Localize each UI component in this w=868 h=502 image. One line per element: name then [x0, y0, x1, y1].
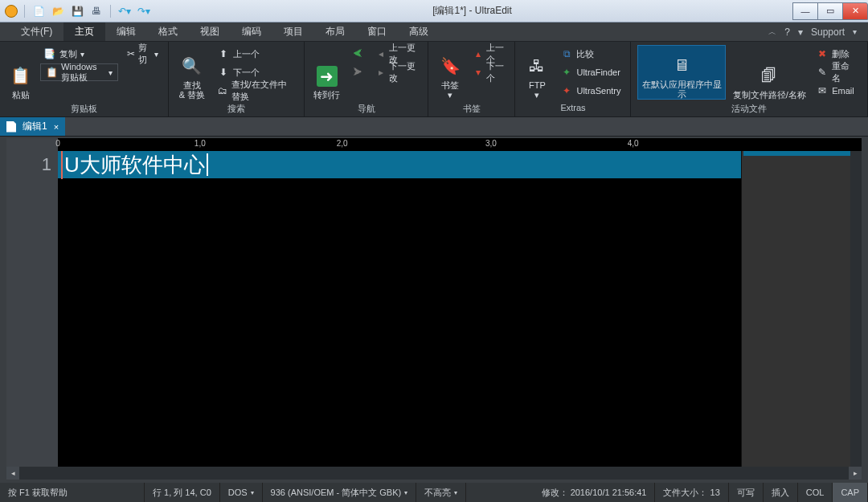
status-cap[interactable]: CAP — [833, 483, 868, 502]
qat-redo-icon[interactable]: ↷▾ — [137, 4, 151, 18]
ribbon-group-label: 书签 — [428, 103, 514, 116]
windows-clipboard-button[interactable]: 📋Windows 剪贴板▾ — [40, 63, 118, 81]
ftp-button[interactable]: 🖧 FTP▾ — [522, 45, 552, 100]
window-title: [编辑1*] - UltraEdit — [151, 4, 793, 18]
editor-line[interactable]: U大师软件中心 — [58, 151, 741, 178]
qat-new-icon[interactable]: 📄 — [31, 4, 46, 18]
nav-fwd-button[interactable]: ⮞ — [348, 63, 367, 81]
ultrasentry-button[interactable]: ✦UltraSentry — [557, 82, 624, 100]
ribbon-group-label: Extras — [515, 103, 630, 116]
ruler-mark: 1,0 — [194, 139, 206, 148]
minimap[interactable] — [741, 151, 862, 467]
line-gutter: 1 — [6, 151, 58, 467]
qat-open-icon[interactable]: 📂 — [51, 4, 65, 18]
cut-icon: ✂ — [126, 47, 135, 60]
tab-home[interactable]: 主页 — [63, 22, 105, 41]
goto-icon: ➜ — [317, 66, 338, 87]
paste-icon: 📋 — [10, 64, 32, 87]
ruler-mark: 3,0 — [485, 139, 497, 148]
qat-print-icon[interactable]: 🖶 — [89, 4, 104, 18]
file-icon — [6, 121, 16, 133]
support-dropdown-icon[interactable]: ▾ — [853, 27, 857, 36]
nav-back-button[interactable]: ⮜ — [348, 45, 367, 63]
next-change-button[interactable]: ▸下一更改 — [372, 63, 421, 81]
goto-line-button[interactable]: ➜ 转到行 — [311, 45, 344, 100]
down-icon: ▸ — [375, 66, 386, 79]
rename-file-button[interactable]: ✎重命名 — [813, 63, 861, 81]
ribbon-group-label: 活动文件 — [631, 103, 867, 116]
help-icon[interactable]: ? — [784, 27, 790, 38]
qat-undo-icon[interactable]: ↶▾ — [117, 4, 132, 18]
open-default-app-button[interactable]: 🖥 在默认应用程序中显示 — [637, 45, 726, 100]
copy-button[interactable]: 📑复制▾ — [40, 45, 118, 63]
tab-layout[interactable]: 布局 — [314, 22, 356, 41]
tab-format[interactable]: 格式 — [147, 22, 189, 41]
tab-edit[interactable]: 编辑 — [105, 22, 147, 41]
ribbon-group-nav: ➜ 转到行 ⮜ ⮞ ◂上一更改 ▸下一更改 导航 — [305, 42, 429, 116]
status-insert[interactable]: 插入 — [764, 483, 798, 502]
minimap-scrollbar[interactable] — [850, 151, 862, 467]
ribbon-group-clipboard: 📋 粘贴 📑复制▾ 📋Windows 剪贴板▾ ✂剪切▾ 剪贴板 — [0, 42, 169, 116]
bm-down-icon: ▾ — [473, 66, 483, 79]
find-replace-button[interactable]: 🔍 查找& 替换 — [175, 45, 209, 100]
tab-advanced[interactable]: 高级 — [398, 22, 440, 41]
ruler-mark: 4,0 — [628, 139, 639, 148]
file-tab[interactable]: 编辑1 × — [0, 117, 65, 136]
bookmark-next-button[interactable]: ▾下一个 — [470, 63, 509, 81]
find-in-files-button[interactable]: 🗂查找/在文件中替换 — [214, 82, 297, 100]
open-default-icon: 🖥 — [670, 54, 693, 76]
file-tab-close-button[interactable]: × — [54, 122, 59, 132]
text-editor[interactable]: U大师软件中心 — [58, 151, 741, 467]
scroll-left-button[interactable]: ◂ — [6, 467, 19, 480]
bookmark-button[interactable]: 🔖 书签▾ — [435, 45, 465, 100]
status-highlight[interactable]: 不高亮 — [416, 483, 466, 502]
status-bar: 按 F1 获取帮助 行 1, 列 14, C0 DOS 936 (ANSI/OE… — [0, 483, 868, 502]
find-prev-button[interactable]: ⬆上一个 — [214, 45, 297, 63]
status-col[interactable]: COL — [798, 483, 833, 502]
tab-project[interactable]: 项目 — [272, 22, 314, 41]
status-help: 按 F1 获取帮助 — [0, 483, 145, 502]
compare-button[interactable]: ⧉比较 — [557, 45, 624, 63]
ribbon-options-icon[interactable]: ▾ — [798, 27, 803, 38]
status-encoding[interactable]: 936 (ANSI/OEM - 简体中文 GBK) — [263, 483, 417, 502]
tab-encoding[interactable]: 编码 — [231, 22, 272, 41]
scroll-right-button[interactable]: ▸ — [849, 467, 862, 480]
horizontal-scrollbar[interactable]: ◂ ▸ — [6, 467, 862, 480]
paste-button[interactable]: 📋 粘贴 — [6, 45, 35, 100]
find-files-icon: 🗂 — [217, 84, 228, 97]
ribbon-group-search: 🔍 查找& 替换 ⬆上一个 ⬇下一个 🗂查找/在文件中替换 搜索 — [169, 42, 305, 116]
ruler: 0 1,0 2,0 3,0 4,0 — [58, 138, 735, 151]
qat-save-icon[interactable]: 💾 — [70, 4, 84, 18]
tab-view[interactable]: 视图 — [189, 22, 231, 41]
file-tab-strip: 编辑1 × — [0, 117, 868, 137]
support-link[interactable]: Support — [811, 27, 845, 38]
text-caret — [207, 153, 208, 176]
status-readwrite[interactable]: 可写 — [729, 483, 764, 502]
cut-button[interactable]: ✂剪切▾ — [123, 45, 162, 63]
ftp-icon: 🖧 — [526, 55, 548, 77]
status-eol[interactable]: DOS — [220, 483, 263, 502]
up-arrow-icon: ⬆ — [217, 47, 230, 60]
status-modified: 修改： 2016/10/1 21:56:41 — [534, 483, 656, 502]
file-tab-label: 编辑1 — [23, 120, 47, 133]
ribbon: 📋 粘贴 📑复制▾ 📋Windows 剪贴板▾ ✂剪切▾ 剪贴板 🔍 查找& 替… — [0, 42, 868, 117]
editor-text: U大师软件中心 — [61, 151, 205, 179]
line-number: 1 — [6, 151, 51, 178]
copy-path-icon: 🗐 — [758, 64, 780, 87]
bookmark-icon: 🔖 — [439, 55, 461, 77]
window-maximize-button[interactable]: ▭ — [817, 2, 843, 20]
tab-file[interactable]: 文件(F) — [10, 22, 63, 41]
window-close-button[interactable]: ✕ — [842, 2, 868, 20]
tab-window[interactable]: 窗口 — [356, 22, 398, 41]
clipboard-icon: 📋 — [46, 66, 58, 79]
ultrasentry-icon: ✦ — [560, 84, 573, 97]
ribbon-collapse-icon[interactable]: ︿ — [768, 27, 776, 38]
copy-path-button[interactable]: 🗐 复制文件路径/名称 — [731, 45, 808, 100]
window-minimize-button[interactable]: — — [792, 2, 818, 20]
ultrafinder-button[interactable]: ✦UltraFinder — [557, 63, 624, 81]
email-file-button[interactable]: ✉Email — [813, 82, 861, 100]
compare-icon: ⧉ — [560, 47, 573, 60]
ribbon-group-bookmark: 🔖 书签▾ ▴上一个 ▾下一个 书签 — [428, 42, 515, 116]
ribbon-group-label: 剪贴板 — [0, 103, 168, 116]
ruler-mark: 0 — [55, 139, 60, 148]
